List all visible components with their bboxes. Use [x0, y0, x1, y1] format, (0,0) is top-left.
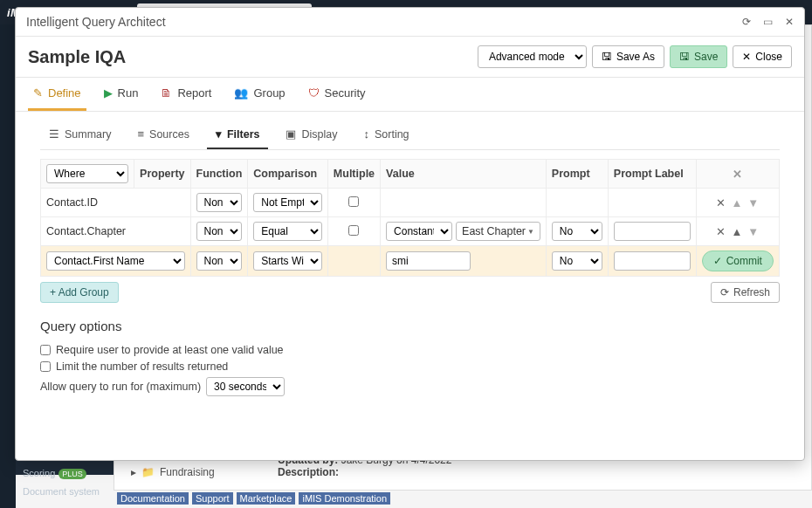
footer-link[interactable]: Documentation: [117, 492, 189, 505]
close-icon[interactable]: ✕: [785, 16, 794, 28]
value-type-select[interactable]: Constant: [386, 222, 452, 241]
filter-edit-row: Contact.First Name None Starts With No ✓…: [41, 246, 780, 277]
property-cell: Contact.Chapter: [41, 217, 191, 246]
subtab-display[interactable]: ▣Display: [277, 120, 346, 149]
limit-label: Limit the number of results returned: [56, 360, 228, 373]
multiple-checkbox[interactable]: [348, 196, 359, 207]
function-select[interactable]: None: [196, 193, 243, 212]
close-icon: ✕: [742, 51, 751, 63]
page-title: Sample IQA: [28, 47, 126, 67]
sub-tabs: ☰Summary ≡Sources ▾Filters ▣Display ↕Sor…: [40, 120, 780, 150]
save-as-button[interactable]: 🖫 Save As: [592, 45, 664, 68]
mode-select[interactable]: Advanced mode: [478, 45, 587, 68]
check-icon: ✓: [713, 255, 722, 267]
filters-table: Where Property Function Comparison Multi…: [40, 159, 780, 277]
delete-all-icon[interactable]: ✕: [733, 168, 742, 181]
multiple-checkbox[interactable]: [348, 225, 359, 236]
sort-icon: ↕: [363, 127, 369, 141]
prompt-label-input[interactable]: [614, 251, 691, 271]
caret-icon: ▸: [131, 466, 136, 478]
commit-button[interactable]: ✓ Commit: [702, 251, 774, 271]
maximize-icon[interactable]: ▭: [763, 16, 773, 28]
tab-security[interactable]: 🛡 Security: [303, 78, 371, 111]
comparison-select[interactable]: Starts With: [253, 251, 322, 271]
options-title: Query options: [40, 319, 780, 333]
move-down-icon[interactable]: ▼: [747, 196, 759, 209]
col-value: Value: [381, 160, 547, 189]
col-function: Function: [190, 160, 248, 189]
shield-icon: 🛡: [308, 86, 320, 100]
comparison-select[interactable]: Not Empty: [253, 193, 322, 212]
tab-group[interactable]: 👥 Group: [229, 78, 290, 111]
prompt-select[interactable]: No: [552, 222, 602, 241]
col-property: Property: [134, 160, 190, 189]
left-icon-rail: [0, 24, 16, 508]
play-icon: ▶: [104, 86, 113, 100]
subtab-filters[interactable]: ▾Filters: [207, 120, 269, 149]
tab-define[interactable]: ✎ Define: [28, 78, 86, 111]
folder-icon: 📁: [141, 466, 155, 478]
allow-label: Allow query to run for (maximum): [40, 381, 201, 393]
delete-row-icon[interactable]: ✕: [716, 196, 726, 209]
col-multiple: Multiple: [327, 160, 380, 189]
dialog-title: Intelligent Query Architect: [26, 15, 166, 29]
filter-icon: ▾: [216, 127, 222, 141]
property-cell: Contact.ID: [41, 189, 191, 217]
nav-document-system[interactable]: Document system: [16, 483, 114, 500]
footer-link[interactable]: Marketplace: [237, 492, 296, 505]
footer-link[interactable]: iMIS Demonstration: [299, 492, 390, 505]
comparison-select[interactable]: Equal: [253, 222, 322, 241]
function-select[interactable]: None: [196, 251, 243, 271]
value-input[interactable]: [386, 251, 471, 271]
filter-row: Contact.ID None Not Empty ✕ ▲ ▼: [41, 189, 780, 217]
save-icon: 🖫: [602, 51, 612, 63]
require-label: Require user to provide at least one val…: [56, 344, 284, 356]
save-button[interactable]: 🖫 Save: [670, 45, 727, 68]
add-group-button[interactable]: + Add Group: [40, 282, 119, 303]
value-combo[interactable]: East Chapter: [456, 222, 540, 241]
footer-links: Documentation Support Marketplace iMIS D…: [117, 492, 390, 505]
subtab-sources[interactable]: ≡Sources: [128, 120, 197, 149]
query-options: Query options Require user to provide at…: [40, 319, 780, 396]
layout-icon: ▣: [286, 127, 296, 141]
subtab-summary[interactable]: ☰Summary: [40, 120, 120, 149]
database-icon: ≡: [137, 127, 144, 141]
subtab-sorting[interactable]: ↕Sorting: [354, 120, 417, 149]
prompt-label-input[interactable]: [614, 222, 691, 241]
move-down-icon[interactable]: ▼: [747, 225, 759, 238]
close-button[interactable]: ✕ Close: [733, 45, 792, 68]
prompt-select[interactable]: No: [552, 251, 602, 271]
footer-link[interactable]: Support: [192, 492, 233, 505]
col-prompt: Prompt: [546, 160, 608, 189]
where-mode-select[interactable]: Where: [46, 164, 128, 183]
refresh-icon: ⟳: [720, 286, 729, 299]
nav-scoring[interactable]: ScoringPLUS: [16, 464, 114, 483]
tree-item-fundraising[interactable]: ▸ 📁 Fundraising: [131, 466, 215, 478]
max-runtime-select[interactable]: 30 seconds: [206, 377, 285, 396]
plus-badge: PLUS: [58, 469, 86, 479]
tab-run[interactable]: ▶ Run: [99, 78, 144, 111]
tab-report[interactable]: 🗎 Report: [155, 78, 217, 111]
dialog-titlebar: Intelligent Query Architect ⟳ ▭ ✕: [16, 8, 804, 37]
move-up-icon[interactable]: ▲: [731, 225, 742, 238]
refresh-icon[interactable]: ⟳: [742, 16, 751, 28]
function-select[interactable]: None: [196, 222, 243, 241]
list-icon: ☰: [49, 127, 59, 141]
property-select[interactable]: Contact.First Name: [46, 251, 185, 271]
col-comparison: Comparison: [248, 160, 328, 189]
refresh-button[interactable]: ⟳ Refresh: [711, 282, 780, 303]
pencil-icon: ✎: [33, 86, 43, 100]
limit-checkbox[interactable]: [40, 361, 51, 372]
save-icon: 🖫: [679, 51, 690, 63]
filter-row: Contact.Chapter None Equal Constant East…: [41, 217, 780, 246]
dialog-header: Sample IQA Advanced mode 🖫 Save As 🖫 Sav…: [16, 37, 804, 78]
col-prompt-label: Prompt Label: [608, 160, 696, 189]
document-icon: 🗎: [161, 86, 172, 100]
group-icon: 👥: [234, 86, 248, 100]
require-checkbox[interactable]: [40, 345, 51, 355]
iqa-dialog: Intelligent Query Architect ⟳ ▭ ✕ Sample…: [15, 7, 805, 461]
move-up-icon[interactable]: ▲: [731, 196, 742, 209]
main-tabs: ✎ Define ▶ Run 🗎 Report 👥 Group 🛡 Securi…: [16, 78, 804, 112]
delete-row-icon[interactable]: ✕: [716, 225, 726, 238]
